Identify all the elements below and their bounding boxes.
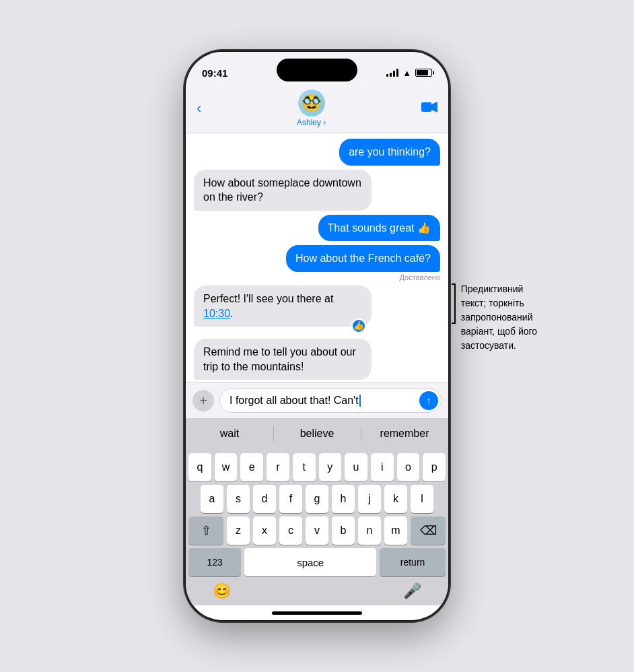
key-m[interactable]: m: [384, 516, 407, 545]
key-k[interactable]: k: [384, 485, 407, 513]
key-j[interactable]: j: [358, 485, 381, 513]
tapback-icon[interactable]: 👍: [351, 318, 366, 333]
keyboard-row-3: ⇧ z x c v b n m ⌫: [188, 516, 446, 545]
svg-rect-0: [421, 102, 431, 112]
key-f[interactable]: f: [279, 485, 302, 513]
key-i[interactable]: i: [371, 453, 394, 481]
key-g[interactable]: g: [306, 485, 328, 513]
key-o[interactable]: o: [397, 453, 420, 481]
bubble-sent-4: How about the French café?: [286, 245, 440, 272]
key-d[interactable]: d: [253, 485, 276, 513]
key-b[interactable]: b: [332, 516, 355, 545]
key-x[interactable]: x: [253, 516, 276, 545]
numbers-key[interactable]: 123: [188, 548, 241, 576]
input-area: + I forgot all about that! Can't ↑: [186, 382, 448, 418]
bubble-text-4: How about the French café?: [295, 253, 431, 264]
wifi-icon: ▲: [402, 68, 411, 78]
key-s[interactable]: s: [227, 485, 250, 513]
delete-key[interactable]: ⌫: [411, 516, 446, 545]
signal-bars-icon: [386, 69, 398, 77]
predictive-word-3[interactable]: remember: [361, 421, 448, 446]
avatar: 🥸: [298, 90, 325, 116]
svg-marker-1: [431, 102, 437, 112]
bubble-sent-1: are you thinking?: [339, 139, 440, 166]
key-w[interactable]: w: [215, 453, 238, 481]
bubble-text-1: are you thinking?: [349, 146, 431, 158]
bottom-bar: 😊 🎤: [186, 582, 448, 605]
shift-key[interactable]: ⇧: [188, 516, 223, 545]
time-link[interactable]: 10:30: [203, 308, 230, 319]
key-n[interactable]: n: [358, 516, 381, 545]
tapback-emoji: 👍: [353, 320, 364, 332]
key-h[interactable]: h: [332, 485, 355, 513]
message-input[interactable]: I forgot all about that! Can't ↑: [219, 389, 442, 413]
input-text: I forgot all about that! Can't: [230, 395, 359, 407]
key-y[interactable]: y: [319, 453, 342, 481]
plus-icon: +: [199, 393, 207, 409]
key-p[interactable]: p: [423, 453, 446, 481]
key-t[interactable]: t: [293, 453, 316, 481]
message-row-4: How about the French café? Доставлено: [194, 245, 440, 281]
key-r[interactable]: r: [267, 453, 289, 481]
message-row-1: are you thinking?: [194, 139, 440, 166]
contact-name: Ashley ›: [297, 118, 326, 127]
bubble-text-5a: Perfect! I'll see you there at: [203, 293, 333, 304]
back-button[interactable]: ‹: [197, 100, 201, 117]
text-cursor: [359, 395, 361, 407]
send-arrow-icon: ↑: [427, 396, 431, 405]
side-note-text: Предиктивний текст; торкніть запропонова…: [461, 282, 541, 353]
dynamic-island: [277, 59, 357, 81]
phone-frame: 09:41 ▲ ‹ 🥸 Ashley ›: [186, 52, 448, 620]
bracket-icon: [452, 283, 456, 324]
predictive-word-2[interactable]: believe: [273, 421, 361, 446]
key-u[interactable]: u: [345, 453, 367, 481]
message-row-5: Perfect! I'll see you there at 10:30. 👍: [194, 285, 440, 335]
space-key[interactable]: space: [244, 548, 376, 576]
key-v[interactable]: v: [306, 516, 328, 545]
avatar-emoji: 🥸: [302, 94, 322, 112]
return-key[interactable]: return: [380, 548, 446, 576]
emoji-keyboard-button[interactable]: 😊: [213, 582, 231, 600]
predictive-bar: wait believe remember: [186, 418, 448, 449]
microphone-button[interactable]: 🎤: [403, 582, 421, 600]
attachment-button[interactable]: +: [192, 390, 214, 411]
messages-area: are you thinking? How about someplace do…: [186, 133, 448, 382]
contact-info[interactable]: 🥸 Ashley ›: [297, 90, 326, 127]
key-a[interactable]: a: [201, 485, 223, 513]
key-l[interactable]: l: [411, 485, 433, 513]
bubble-received-2: How about someplace downtown on the rive…: [194, 170, 372, 211]
nav-bar: ‹ 🥸 Ashley ›: [186, 86, 448, 133]
keyboard: q w e r t y u i o p a s d f g h j k l: [186, 449, 448, 582]
bubble-sent-3: That sounds great 👍: [318, 215, 440, 242]
keyboard-row-2: a s d f g h j k l: [188, 485, 446, 513]
home-indicator: [272, 611, 362, 615]
key-c[interactable]: c: [279, 516, 302, 545]
key-z[interactable]: z: [227, 516, 250, 545]
keyboard-row-4: 123 space return: [188, 548, 446, 576]
video-call-button[interactable]: [421, 101, 437, 116]
keyboard-row-1: q w e r t y u i o p: [188, 453, 446, 481]
bubble-text-3: That sounds great 👍: [328, 222, 431, 234]
bubble-text-2: How about someplace downtown on the rive…: [203, 177, 361, 203]
send-button[interactable]: ↑: [419, 391, 438, 410]
message-row-3: That sounds great 👍: [194, 215, 440, 242]
key-q[interactable]: q: [188, 453, 211, 481]
status-icons: ▲: [386, 68, 432, 78]
status-time: 09:41: [202, 67, 227, 79]
annotation: Предиктивний текст; торкніть запропонова…: [452, 282, 541, 353]
message-row-2: How about someplace downtown on the rive…: [194, 170, 440, 211]
bubble-received-5: Perfect! I'll see you there at 10:30. 👍: [194, 285, 372, 327]
message-row-6: Remind me to tell you about our trip to …: [194, 339, 440, 380]
bubble-text-6: Remind me to tell you about our trip to …: [203, 346, 356, 372]
bubble-text-5b: .: [230, 308, 233, 319]
delivered-label: Доставлено: [399, 273, 440, 281]
bubble-received-6: Remind me to tell you about our trip to …: [194, 339, 372, 380]
predictive-word-1[interactable]: wait: [186, 421, 273, 446]
battery-icon: [415, 69, 432, 77]
key-e[interactable]: e: [240, 453, 263, 481]
